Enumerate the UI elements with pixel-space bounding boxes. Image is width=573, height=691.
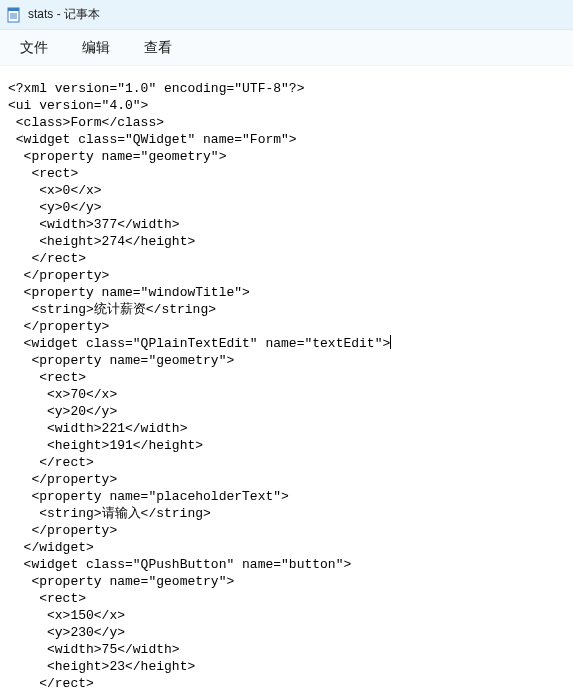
editor-line: <string>统计薪资</string>: [8, 301, 565, 318]
editor-line: <width>377</width>: [8, 216, 565, 233]
editor-line: <x>0</x>: [8, 182, 565, 199]
text-caret: [390, 335, 391, 349]
editor-line: </property>: [8, 471, 565, 488]
editor-line: <widget class="QWidget" name="Form">: [8, 131, 565, 148]
editor-line: </property>: [8, 522, 565, 539]
editor-line: </property>: [8, 318, 565, 335]
editor-line: <property name="geometry">: [8, 148, 565, 165]
editor-line: <string>请输入</string>: [8, 505, 565, 522]
editor-line: <y>20</y>: [8, 403, 565, 420]
editor-line: </rect>: [8, 250, 565, 267]
editor-line: <x>150</x>: [8, 607, 565, 624]
editor-line: <y>0</y>: [8, 199, 565, 216]
editor-line: </rect>: [8, 675, 565, 691]
editor-line: <rect>: [8, 369, 565, 386]
editor-line: <rect>: [8, 165, 565, 182]
editor-line: <class>Form</class>: [8, 114, 565, 131]
editor-line: <property name="windowTitle">: [8, 284, 565, 301]
editor-line: <property name="geometry">: [8, 573, 565, 590]
svg-rect-1: [8, 8, 19, 11]
menubar: 文件 编辑 查看: [0, 30, 573, 66]
editor-line: <widget class="QPlainTextEdit" name="tex…: [8, 335, 565, 352]
editor-line: <property name="placeholderText">: [8, 488, 565, 505]
editor-line: <height>191</height>: [8, 437, 565, 454]
menu-view[interactable]: 查看: [132, 35, 184, 61]
editor-line: <y>230</y>: [8, 624, 565, 641]
editor-line: <height>23</height>: [8, 658, 565, 675]
editor-line: <widget class="QPushButton" name="button…: [8, 556, 565, 573]
editor-line: </rect>: [8, 454, 565, 471]
editor-line: </property>: [8, 267, 565, 284]
editor-line: <ui version="4.0">: [8, 97, 565, 114]
editor-line: <width>221</width>: [8, 420, 565, 437]
editor-line: <property name="geometry">: [8, 352, 565, 369]
titlebar: stats - 记事本: [0, 0, 573, 30]
editor-line: <?xml version="1.0" encoding="UTF-8"?>: [8, 80, 565, 97]
editor-line: <width>75</width>: [8, 641, 565, 658]
window-title: stats - 记事本: [28, 6, 100, 23]
menu-file[interactable]: 文件: [8, 35, 60, 61]
text-editor-area[interactable]: <?xml version="1.0" encoding="UTF-8"?><u…: [0, 66, 573, 691]
editor-line: <rect>: [8, 590, 565, 607]
notepad-icon: [6, 7, 22, 23]
editor-line: </widget>: [8, 539, 565, 556]
menu-edit[interactable]: 编辑: [70, 35, 122, 61]
editor-line: <height>274</height>: [8, 233, 565, 250]
editor-line: <x>70</x>: [8, 386, 565, 403]
